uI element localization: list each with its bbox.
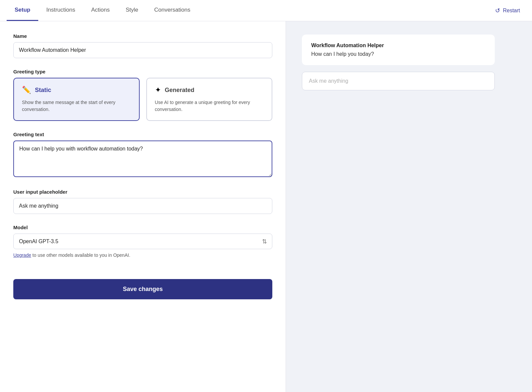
greeting-text-group: Greeting text How can I help you with wo… xyxy=(13,132,272,178)
preview-bot-name: Workflow Automation Helper xyxy=(311,43,485,49)
tab-instructions[interactable]: Instructions xyxy=(38,0,83,21)
save-button[interactable]: Save changes xyxy=(13,279,272,299)
tab-actions[interactable]: Actions xyxy=(83,0,118,21)
top-nav: Setup Instructions Actions Style Convers… xyxy=(0,0,532,21)
generated-title: Generated xyxy=(165,87,195,94)
right-panel: Workflow Automation Helper How can I hel… xyxy=(286,21,532,392)
greeting-text-input[interactable]: How can I help you with workflow automat… xyxy=(13,141,272,177)
tab-conversations[interactable]: Conversations xyxy=(146,0,199,21)
placeholder-field-group: User input placeholder xyxy=(13,189,272,214)
greeting-type-row: ✏️ Static Show the same message at the s… xyxy=(13,78,272,121)
generated-icon: ✦ xyxy=(155,86,161,94)
tab-style[interactable]: Style xyxy=(118,0,146,21)
name-input[interactable] xyxy=(13,42,272,58)
greeting-card-static[interactable]: ✏️ Static Show the same message at the s… xyxy=(13,78,140,121)
greeting-text-label: Greeting text xyxy=(13,132,272,137)
generated-description: Use AI to generate a unique greeting for… xyxy=(155,99,264,113)
restart-button[interactable]: ↺ Restart xyxy=(490,4,525,17)
left-panel: Name Greeting type ✏️ Static Show the sa… xyxy=(0,21,286,392)
greeting-type-label: Greeting type xyxy=(13,69,272,74)
upgrade-link[interactable]: Upgrade xyxy=(13,252,31,258)
greeting-card-generated-header: ✦ Generated xyxy=(155,86,264,94)
tab-setup[interactable]: Setup xyxy=(7,0,38,21)
name-field-group: Name xyxy=(13,33,272,58)
model-label: Model xyxy=(13,225,272,230)
chat-preview-bubble: Workflow Automation Helper How can I hel… xyxy=(302,35,495,65)
preview-greeting-message: How can I help you today? xyxy=(311,51,485,57)
preview-chat-input[interactable]: Ask me anything xyxy=(302,72,495,90)
restart-icon: ↺ xyxy=(495,7,500,14)
name-label: Name xyxy=(13,33,272,39)
greeting-card-generated[interactable]: ✦ Generated Use AI to generate a unique … xyxy=(146,78,273,121)
model-select-wrapper: OpenAI GPT-3.5 OpenAI GPT-4 OpenAI GPT-4… xyxy=(13,234,272,249)
static-title: Static xyxy=(35,87,51,94)
greeting-card-static-header: ✏️ Static xyxy=(22,86,131,94)
placeholder-label: User input placeholder xyxy=(13,189,272,195)
greeting-type-group: Greeting type ✏️ Static Show the same me… xyxy=(13,69,272,121)
main-layout: Name Greeting type ✏️ Static Show the sa… xyxy=(0,21,532,392)
upgrade-text: Upgrade to use other models available to… xyxy=(13,252,272,258)
placeholder-input[interactable] xyxy=(13,198,272,214)
upgrade-description: to use other models available to you in … xyxy=(31,252,130,258)
model-select[interactable]: OpenAI GPT-3.5 OpenAI GPT-4 OpenAI GPT-4… xyxy=(13,234,272,249)
restart-label: Restart xyxy=(503,8,520,14)
static-description: Show the same message at the start of ev… xyxy=(22,99,131,113)
model-field-group: Model OpenAI GPT-3.5 OpenAI GPT-4 OpenAI… xyxy=(13,225,272,258)
static-icon: ✏️ xyxy=(22,86,31,94)
